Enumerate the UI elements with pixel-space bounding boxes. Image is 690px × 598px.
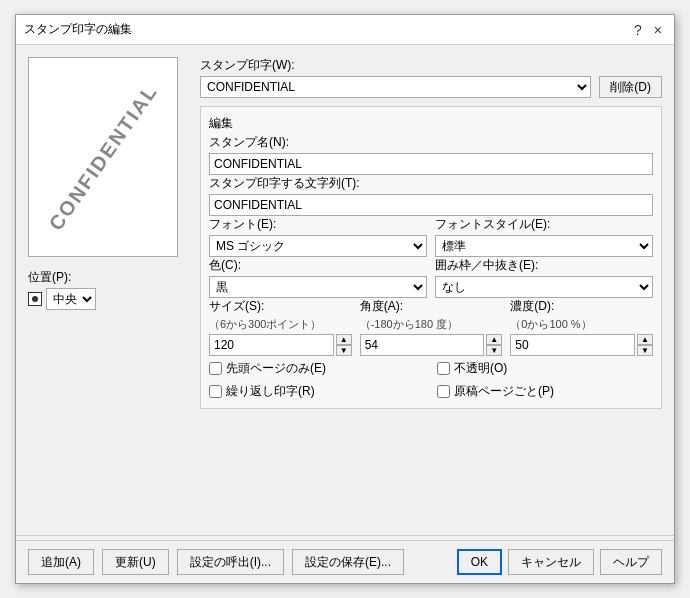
color-border-row: 色(C): 黒 赤 青 緑 囲み枠／中抜き(E): (209, 257, 653, 298)
font-label: フォント(E): (209, 216, 427, 233)
checkbox-original-page-item: 原稿ページごと(P) (437, 383, 653, 400)
font-style-field: フォントスタイル(E): 標準 太字 斜体 太字斜体 (435, 216, 653, 257)
density-spinner-row: ▲ ▼ (510, 334, 653, 356)
checkbox-repeat-label: 繰り返し印字(R) (226, 383, 315, 400)
stamp-print-label: スタンプ印字(W): (200, 57, 662, 74)
position-select-row: 中央 左上 右上 左下 右下 (28, 288, 96, 310)
font-select[interactable]: MS ゴシック MS 明朝 Arial (209, 235, 427, 257)
font-style-label: フォントスタイル(E): (435, 216, 653, 233)
help-dialog-button[interactable]: ヘルプ (600, 549, 662, 575)
angle-sublabel: （-180から180 度） (360, 317, 503, 332)
angle-spinner-buttons: ▲ ▼ (486, 334, 502, 356)
position-label: 位置(P): (28, 269, 96, 286)
angle-field: 角度(A): （-180から180 度） ▲ ▼ (360, 298, 503, 356)
font-row: フォント(E): MS ゴシック MS 明朝 Arial フォントスタイル(E)… (209, 216, 653, 257)
stamp-text-field: スタンプ印字する文字列(T): (209, 175, 653, 216)
density-input[interactable] (510, 334, 635, 356)
size-up-button[interactable]: ▲ (336, 334, 352, 345)
color-field: 色(C): 黒 赤 青 緑 (209, 257, 427, 298)
checkbox-grid: 先頭ページのみ(E) 不透明(O) 繰り返し印字(R) 原稿ページごと(P) (209, 360, 653, 400)
close-button[interactable]: × (650, 23, 666, 37)
bottom-buttons: 追加(A) 更新(U) 設定の呼出(I)... 設定の保存(E)... OK キ… (16, 540, 674, 583)
title-bar-buttons: ? × (630, 23, 666, 37)
border-field: 囲み枠／中抜き(E): なし 四角 角丸四角 楕円 中抜き (435, 257, 653, 298)
left-panel: CONFIDENTIAL 位置(P): 中央 左上 右上 左下 右下 (28, 57, 188, 519)
dialog-body: CONFIDENTIAL 位置(P): 中央 左上 右上 左下 右下 (16, 45, 674, 531)
ok-button[interactable]: OK (457, 549, 502, 575)
density-down-button[interactable]: ▼ (637, 345, 653, 356)
checkbox-opaque-item: 不透明(O) (437, 360, 653, 377)
density-sublabel: （0から100 %） (510, 317, 653, 332)
checkbox-first-page[interactable] (209, 362, 222, 375)
checkbox-opaque-label: 不透明(O) (454, 360, 507, 377)
angle-down-button[interactable]: ▼ (486, 345, 502, 356)
stamp-name-input[interactable] (209, 153, 653, 175)
angle-spinner-row: ▲ ▼ (360, 334, 503, 356)
settings-call-button[interactable]: 設定の呼出(I)... (177, 549, 284, 575)
checkbox-repeat-item: 繰り返し印字(R) (209, 383, 425, 400)
angle-label: 角度(A): (360, 298, 503, 315)
position-select[interactable]: 中央 左上 右上 左下 右下 (46, 288, 96, 310)
title-bar: スタンプ印字の編集 ? × (16, 15, 674, 45)
angle-up-button[interactable]: ▲ (486, 334, 502, 345)
stamp-name-label: スタンプ名(N): (209, 134, 653, 151)
preview-box: CONFIDENTIAL (28, 57, 178, 257)
cancel-button[interactable]: キャンセル (508, 549, 594, 575)
size-down-button[interactable]: ▼ (336, 345, 352, 356)
checkbox-original-page[interactable] (437, 385, 450, 398)
size-spinner-row: ▲ ▼ (209, 334, 352, 356)
position-dot (32, 296, 38, 302)
border-select[interactable]: なし 四角 角丸四角 楕円 中抜き (435, 276, 653, 298)
stamp-print-select[interactable]: CONFIDENTIAL 社外秘 重要 コピー厳禁 (200, 76, 591, 98)
density-field: 濃度(D): （0から100 %） ▲ ▼ (510, 298, 653, 356)
density-up-button[interactable]: ▲ (637, 334, 653, 345)
angle-input[interactable] (360, 334, 485, 356)
checkbox-repeat[interactable] (209, 385, 222, 398)
delete-button[interactable]: 削除(D) (599, 76, 662, 98)
density-label: 濃度(D): (510, 298, 653, 315)
stamp-name-field: スタンプ名(N): (209, 134, 653, 175)
edit-section-title: 編集 (209, 115, 653, 132)
font-dropdown-row: MS ゴシック MS 明朝 Arial (209, 235, 427, 257)
size-label: サイズ(S): (209, 298, 352, 315)
settings-save-button[interactable]: 設定の保存(E)... (292, 549, 404, 575)
color-select[interactable]: 黒 赤 青 緑 (209, 276, 427, 298)
font-field: フォント(E): MS ゴシック MS 明朝 Arial (209, 216, 427, 257)
size-sublabel: （6から300ポイント） (209, 317, 352, 332)
font-style-select[interactable]: 標準 太字 斜体 太字斜体 (435, 235, 653, 257)
bottom-right-buttons: OK キャンセル ヘルプ (457, 549, 662, 575)
right-panel: スタンプ印字(W): CONFIDENTIAL 社外秘 重要 コピー厳禁 削除(… (200, 57, 662, 519)
size-angle-density-row: サイズ(S): （6から300ポイント） ▲ ▼ 角度(A): （-180から (209, 298, 653, 356)
color-label: 色(C): (209, 257, 427, 274)
position-field: 位置(P): 中央 左上 右上 左下 右下 (28, 265, 96, 310)
dialog-title: スタンプ印字の編集 (24, 21, 132, 38)
stamp-edit-dialog: スタンプ印字の編集 ? × CONFIDENTIAL 位置(P): 中央 左上 (15, 14, 675, 584)
stamp-print-field: スタンプ印字(W): CONFIDENTIAL 社外秘 重要 コピー厳禁 削除(… (200, 57, 662, 98)
help-button[interactable]: ? (630, 23, 646, 37)
size-field: サイズ(S): （6から300ポイント） ▲ ▼ (209, 298, 352, 356)
stamp-text-label: スタンプ印字する文字列(T): (209, 175, 653, 192)
size-spinner-buttons: ▲ ▼ (336, 334, 352, 356)
checkbox-original-page-label: 原稿ページごと(P) (454, 383, 554, 400)
add-button[interactable]: 追加(A) (28, 549, 94, 575)
checkbox-first-page-item: 先頭ページのみ(E) (209, 360, 425, 377)
color-dropdown-row: 黒 赤 青 緑 (209, 276, 427, 298)
border-dropdown-row: なし 四角 角丸四角 楕円 中抜き (435, 276, 653, 298)
size-input[interactable] (209, 334, 334, 356)
border-label: 囲み枠／中抜き(E): (435, 257, 653, 274)
update-button[interactable]: 更新(U) (102, 549, 169, 575)
bottom-divider (16, 535, 674, 536)
edit-section: 編集 スタンプ名(N): スタンプ印字する文字列(T): フォント(E): (200, 106, 662, 409)
density-spinner-buttons: ▲ ▼ (637, 334, 653, 356)
stamp-print-row: CONFIDENTIAL 社外秘 重要 コピー厳禁 削除(D) (200, 76, 662, 98)
preview-stamp: CONFIDENTIAL (44, 80, 162, 235)
position-indicator (28, 292, 42, 306)
checkbox-first-page-label: 先頭ページのみ(E) (226, 360, 326, 377)
checkbox-opaque[interactable] (437, 362, 450, 375)
font-style-dropdown-row: 標準 太字 斜体 太字斜体 (435, 235, 653, 257)
stamp-text-input[interactable] (209, 194, 653, 216)
bottom-left-buttons: 追加(A) 更新(U) 設定の呼出(I)... 設定の保存(E)... (28, 549, 404, 575)
